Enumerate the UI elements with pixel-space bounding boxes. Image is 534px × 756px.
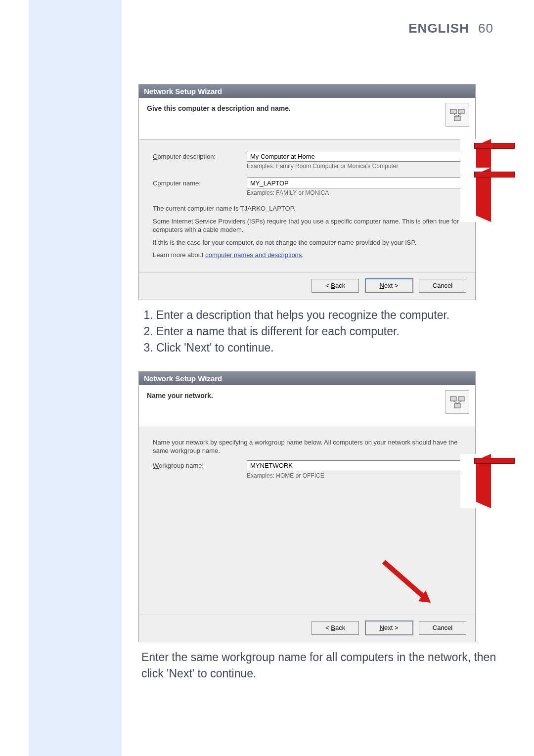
network-setup-wizard-2: Network Setup Wizard Name your network. … <box>138 371 476 642</box>
computer-description-input[interactable] <box>247 151 461 162</box>
step-3: Click 'Next' to continue. <box>156 340 509 356</box>
network-setup-icon <box>445 103 469 127</box>
isp-note-2: If this is the case for your computer, d… <box>153 238 461 247</box>
back-button[interactable]: < Back <box>312 621 359 635</box>
learn-more-link[interactable]: computer names and descriptions <box>205 251 302 259</box>
callout-arrow-description <box>460 139 515 152</box>
computer-description-label: Computer description: <box>153 153 247 160</box>
callout-arrow-next <box>376 556 436 605</box>
computer-name-hint: Examples: FAMILY or MONICA <box>247 189 461 196</box>
page-header: ENGLISH 60 <box>408 21 493 36</box>
svg-rect-0 <box>450 109 456 114</box>
wizard-titlebar: Network Setup Wizard <box>139 372 475 385</box>
computer-name-input[interactable] <box>247 178 461 188</box>
computer-name-label: Computer name: <box>153 179 247 187</box>
svg-rect-6 <box>458 397 464 401</box>
learn-more-prefix: Learn more about <box>153 251 205 259</box>
workgroup-name-hint: Examples: HOME or OFFICE <box>247 472 461 479</box>
svg-rect-7 <box>454 403 460 408</box>
svg-line-9 <box>457 401 461 403</box>
wizard-heading: Name your network. <box>147 392 213 400</box>
instruction-list: Enter a description that helps you recog… <box>141 307 509 356</box>
wizard-heading-area: Give this computer a description and nam… <box>139 98 475 140</box>
isp-note-1: Some Internet Service Providers (ISPs) r… <box>153 217 461 234</box>
header-page-number: 60 <box>478 21 493 36</box>
svg-line-10 <box>384 562 423 596</box>
callout-arrow-workgroup <box>460 454 515 467</box>
learn-more-line: Learn more about computer names and desc… <box>153 251 461 260</box>
footer-note: Enter the same workgroup name for all co… <box>141 649 497 682</box>
step-2: Enter a name that is different for each … <box>156 323 509 340</box>
back-button[interactable]: < Back <box>312 279 359 293</box>
learn-more-suffix: . <box>302 251 304 259</box>
svg-line-4 <box>457 114 461 116</box>
margin-strip <box>29 0 122 756</box>
wizard-body: Computer description: Examples: Family R… <box>139 140 475 272</box>
cancel-button[interactable]: Cancel <box>419 621 466 635</box>
wizard-titlebar: Network Setup Wizard <box>139 85 475 98</box>
header-language: ENGLISH <box>408 21 469 36</box>
wizard-heading-area: Name your network. <box>139 385 475 427</box>
wizard-heading: Give this computer a description and nam… <box>147 104 291 112</box>
next-button[interactable]: Next > <box>365 279 413 293</box>
wizard-body: Name your network by specifying a workgr… <box>139 427 475 615</box>
page-content: Network Setup Wizard Give this computer … <box>138 84 509 682</box>
workgroup-name-label: Workgroup name: <box>153 462 247 469</box>
svg-rect-1 <box>458 109 464 114</box>
callout-arrow-name <box>460 168 515 180</box>
next-button[interactable]: Next > <box>365 621 413 635</box>
wizard-buttons: < Back Next > Cancel <box>139 615 475 642</box>
computer-description-hint: Examples: Family Room Computer or Monica… <box>247 163 461 170</box>
workgroup-intro: Name your network by specifying a workgr… <box>153 438 461 455</box>
cancel-button[interactable]: Cancel <box>419 279 466 293</box>
svg-rect-2 <box>454 116 460 121</box>
svg-line-3 <box>453 114 457 116</box>
workgroup-name-input[interactable] <box>247 460 461 471</box>
step-1: Enter a description that helps you recog… <box>156 307 509 323</box>
network-setup-wizard-1: Network Setup Wizard Give this computer … <box>138 84 476 300</box>
network-setup-icon <box>445 390 469 414</box>
svg-line-8 <box>453 401 457 403</box>
current-name-line: The current computer name is TJARKO_LAPT… <box>153 204 461 213</box>
svg-rect-5 <box>450 397 456 401</box>
wizard-buttons: < Back Next > Cancel <box>139 272 475 300</box>
